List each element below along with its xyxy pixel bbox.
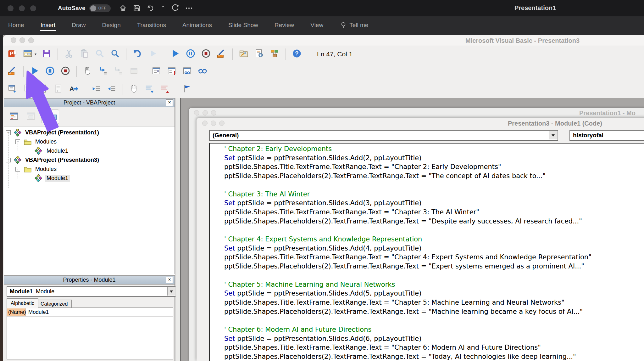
- minimize-window-icon[interactable]: [19, 37, 25, 43]
- parameter-info-button[interactable]: [53, 84, 64, 95]
- tree-item-vbaproject-presentation1-[interactable]: −VBAProject (Presentation1): [4, 128, 175, 137]
- tree-item-vbaproject-presentation3-[interactable]: −VBAProject (Presentation3): [4, 155, 175, 165]
- tab-draw[interactable]: Draw: [72, 20, 86, 32]
- object-selector-combo[interactable]: Module1 Module: [7, 286, 176, 297]
- reset-button[interactable]: [60, 66, 71, 77]
- home-icon[interactable]: [119, 4, 127, 12]
- break-button[interactable]: [45, 66, 55, 77]
- quick-watch-button[interactable]: [197, 66, 208, 77]
- save-icon[interactable]: [133, 4, 141, 12]
- save-button[interactable]: [41, 49, 52, 59]
- paste-button[interactable]: [79, 49, 90, 59]
- find-button[interactable]: [94, 49, 105, 59]
- chevron-down-icon[interactable]: [160, 4, 165, 12]
- vbe-window-controls[interactable]: [11, 37, 34, 43]
- window-controls[interactable]: [202, 121, 225, 126]
- help-button[interactable]: ?: [291, 49, 302, 59]
- code-editor[interactable]: ' Chapter 2: Early DevelopmentsSet pptSl…: [209, 143, 644, 361]
- step-into-button[interactable]: [98, 66, 108, 77]
- tree-item-modules[interactable]: −Modules: [4, 165, 175, 174]
- redo-icon[interactable]: [171, 4, 179, 12]
- close-window-icon[interactable]: [194, 110, 199, 116]
- immediate-window-button[interactable]: [182, 66, 192, 77]
- property-name-cell[interactable]: (Name): [7, 308, 26, 316]
- tree-item-modules[interactable]: −Modules: [4, 137, 175, 146]
- comment-block-button[interactable]: [144, 84, 155, 95]
- toggle-breakpoint-button[interactable]: [82, 66, 93, 77]
- run-button[interactable]: [170, 49, 180, 59]
- tab-insert[interactable]: Insert: [41, 20, 56, 32]
- chevron-down-icon[interactable]: [167, 287, 175, 296]
- tab-view[interactable]: View: [310, 20, 323, 32]
- view-code-button[interactable]: [7, 110, 20, 124]
- quick-info-button[interactable]: [38, 84, 48, 95]
- minimize-window-icon[interactable]: [19, 5, 25, 11]
- run-button[interactable]: [29, 66, 40, 77]
- insert-userform-button[interactable]: [22, 49, 33, 59]
- project-panel-titlebar[interactable]: Project - VBAProject ×: [4, 99, 175, 107]
- property-row[interactable]: (Name) Module1: [7, 308, 173, 317]
- step-out-button[interactable]: [129, 66, 139, 77]
- close-window-icon[interactable]: [8, 5, 14, 11]
- zoom-window-icon[interactable]: [211, 110, 216, 116]
- list-constants-button[interactable]: [22, 84, 33, 95]
- tab-transitions[interactable]: Transitions: [137, 20, 166, 32]
- minimize-window-icon[interactable]: [203, 110, 208, 116]
- properties-panel-titlebar[interactable]: Properties - Module1 ×: [4, 276, 175, 285]
- close-window-icon[interactable]: [202, 121, 208, 126]
- undo-button[interactable]: [132, 49, 143, 59]
- reset-button[interactable]: [201, 49, 211, 59]
- ellipsis-icon[interactable]: [185, 4, 193, 12]
- redo-button[interactable]: [147, 49, 158, 59]
- toggle-folders-button[interactable]: [45, 110, 59, 124]
- object-browser-button[interactable]: [269, 49, 280, 59]
- close-icon[interactable]: ×: [166, 277, 173, 283]
- chevron-down-icon[interactable]: [549, 131, 557, 139]
- view-powerpoint-button[interactable]: P: [7, 49, 18, 59]
- watch-window-button[interactable]: !: [166, 66, 177, 77]
- break-button[interactable]: [185, 49, 196, 59]
- tab-design[interactable]: Design: [102, 20, 121, 32]
- window-controls[interactable]: [194, 110, 216, 116]
- bookmark-flag-button[interactable]: [182, 84, 192, 95]
- outdent-button[interactable]: [106, 84, 117, 95]
- design-mode-button[interactable]: [7, 66, 18, 77]
- locals-window-button[interactable]: [151, 66, 162, 77]
- indent-button[interactable]: [91, 84, 102, 95]
- find-next-button[interactable]: [110, 49, 120, 59]
- tree-item-module1[interactable]: Module1: [4, 174, 175, 183]
- design-mode-button[interactable]: [216, 49, 227, 59]
- properties-window-button[interactable]: [254, 49, 264, 59]
- zoom-window-icon[interactable]: [219, 121, 225, 126]
- tab-home[interactable]: Home: [8, 20, 24, 32]
- uncomment-block-button[interactable]: [159, 84, 170, 95]
- minimize-window-icon[interactable]: [211, 121, 216, 126]
- undo-icon[interactable]: [147, 4, 155, 12]
- tab-alphabetic[interactable]: Alphabetic: [7, 298, 38, 308]
- toggle-breakpoint-button[interactable]: [129, 84, 139, 95]
- list-properties-button[interactable]: [7, 84, 18, 95]
- tree-item-module1[interactable]: Module1: [4, 146, 175, 155]
- chevron-down-icon[interactable]: ▾: [35, 52, 36, 56]
- close-window-icon[interactable]: [11, 37, 16, 43]
- tab-slide-show[interactable]: Slide Show: [228, 20, 258, 32]
- tab-animations[interactable]: Animations: [182, 20, 212, 32]
- tab-categorized[interactable]: Categorized: [36, 300, 72, 308]
- procedure-dropdown[interactable]: historyofai: [569, 130, 644, 141]
- zoom-window-icon[interactable]: [28, 37, 34, 43]
- tab-review[interactable]: Review: [275, 20, 294, 32]
- tab-tell-me[interactable]: Tell me: [340, 20, 368, 32]
- close-icon[interactable]: ×: [166, 99, 173, 106]
- zoom-window-icon[interactable]: [30, 5, 36, 11]
- code-window-title: Presentation3 - Module1 (Code): [508, 120, 602, 127]
- view-object-button[interactable]: [24, 110, 37, 124]
- watch-window-icon: !: [167, 66, 176, 77]
- step-over-button[interactable]: [113, 66, 124, 77]
- property-value-cell[interactable]: Module1: [26, 309, 49, 315]
- autosave-toggle[interactable]: OFF: [89, 4, 111, 12]
- object-dropdown[interactable]: (General): [209, 130, 558, 141]
- macos-window-controls[interactable]: [8, 5, 42, 11]
- cut-button[interactable]: [64, 49, 74, 59]
- project-explorer-button[interactable]: [238, 49, 249, 59]
- complete-word-button[interactable]: A: [69, 84, 79, 95]
